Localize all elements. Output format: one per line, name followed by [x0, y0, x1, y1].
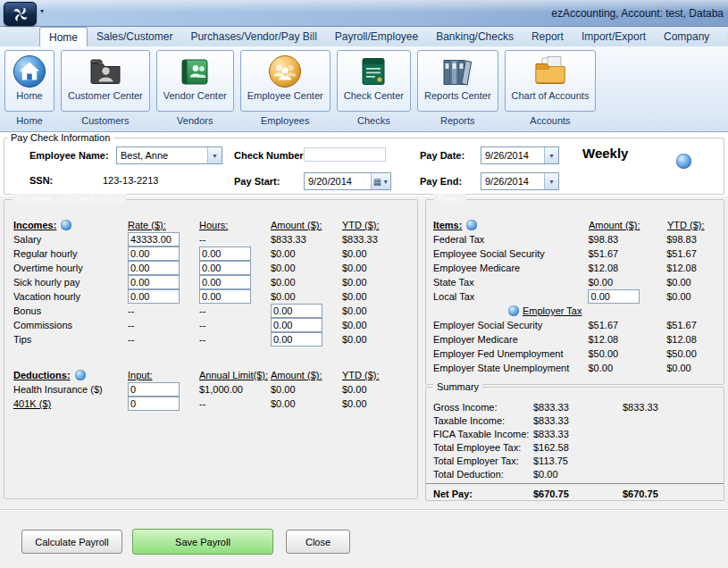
salary-input[interactable]	[128, 232, 180, 246]
employee-center-button[interactable]: Employee Center	[240, 50, 331, 112]
pay-end-select[interactable]: 9/26/2014 ▼	[481, 172, 559, 190]
income-row: Vacation hourly$0.00$0.00	[4, 289, 417, 304]
tab-help[interactable]: Help	[718, 27, 728, 46]
cell-value: $51.67	[666, 320, 724, 330]
app-menu-button[interactable]	[4, 2, 37, 26]
sick-hourly-pay-input[interactable]	[128, 275, 180, 289]
ribbon-item-home: HomeHome	[4, 50, 54, 126]
tax-row-label: State Tax	[433, 277, 588, 288]
vacation-hourly-input[interactable]	[128, 289, 180, 304]
help-globe-icon[interactable]	[75, 370, 86, 380]
pay-start-value: 9/20/2014	[305, 176, 371, 187]
health-insurance-input[interactable]	[128, 382, 180, 397]
vendor-center-button[interactable]: Vendor Center	[156, 50, 234, 112]
bonus-input[interactable]	[271, 304, 322, 318]
income-row: Commissions----$0.00	[4, 318, 417, 332]
employee-center-icon	[267, 54, 303, 89]
app-menu-arrow-icon[interactable]: ▾	[40, 7, 44, 15]
tab-purchases-vendor-pay-bill[interactable]: Purchases/Vendor/Pay Bill	[181, 27, 325, 46]
reports-center-button[interactable]: Reports Center	[417, 50, 498, 112]
ribbon-button-label: Vendor Center	[163, 90, 227, 101]
help-globe-icon[interactable]	[676, 154, 691, 169]
deduction-row: Health Insurance ($)$1,000.00$0.00$0.00	[4, 382, 417, 397]
pay-start-datepicker[interactable]: 9/20/2014 ▦▼	[304, 172, 391, 190]
cell-value: $98.83	[666, 234, 724, 245]
cell	[271, 318, 342, 332]
amount-header: Amount ($):	[271, 220, 342, 230]
income-row: Sick hourly pay$0.00$0.00	[4, 275, 417, 289]
overtime-hourly-input[interactable]	[199, 261, 251, 275]
cell-value: $0.00	[588, 363, 666, 373]
incomes-header-items: Incomes:	[13, 220, 128, 230]
ribbon-button-label: Check Center	[344, 90, 404, 101]
sick-hourly-pay-input[interactable]	[199, 275, 251, 289]
summary-row: Gross Income:$833.33$833.33	[426, 400, 724, 413]
taxes-header-label: Items:	[433, 220, 462, 230]
summary-label: Total Employer Tax:	[433, 455, 533, 466]
cell	[271, 332, 342, 347]
summary-label: Taxable Income:	[433, 415, 533, 426]
vacation-hourly-input[interactable]	[199, 289, 251, 304]
pay-end-value: 9/26/2014	[481, 176, 544, 187]
tips-input[interactable]	[271, 332, 322, 347]
summary-label: Net Pay:	[433, 489, 533, 499]
summary-row: Total Employer Tax:$113.75	[426, 454, 724, 467]
incomes-header-label: Incomes:	[13, 220, 56, 230]
tab-sales-customer[interactable]: Sales/Customer	[88, 27, 181, 46]
chart-of-accounts-button[interactable]: Chart of Accounts	[505, 50, 597, 112]
deductions-header-row: Deductions: Input: Annual Limit($): Amou…	[4, 366, 417, 382]
chevron-down-icon: ▼	[382, 179, 389, 185]
regular-hourly-input[interactable]	[128, 246, 180, 261]
deduction-row-label[interactable]: 401K ($)	[13, 398, 128, 409]
overtime-hourly-input[interactable]	[128, 261, 180, 275]
customer-center-button[interactable]: Customer Center	[61, 50, 150, 112]
cell-value: $50.00	[666, 348, 724, 359]
check-center-button[interactable]: Check Center	[337, 50, 411, 112]
calendar-icon[interactable]: ▦▼	[371, 173, 390, 189]
chevron-down-icon[interactable]: ▼	[544, 147, 558, 163]
cell	[199, 275, 271, 289]
pay-date-select[interactable]: 9/26/2014 ▼	[481, 146, 559, 164]
customer-center-icon	[88, 54, 123, 89]
deductions-header-label: Deductions:	[13, 370, 71, 380]
taxes-groupbox: Taxes Items: Amount ($): YTD ($): Federa…	[425, 199, 724, 385]
tab-import-export[interactable]: Import/Export	[573, 27, 655, 46]
tab-company[interactable]: Company	[655, 27, 718, 46]
ytd-header: YTD ($):	[342, 370, 406, 380]
401k-input[interactable]	[128, 397, 180, 411]
tab-report[interactable]: Report	[523, 27, 573, 46]
close-button[interactable]: Close	[286, 530, 350, 554]
menu-tab-bar: HomeSales/CustomerPurchases/Vendor/Pay B…	[0, 27, 728, 46]
ribbon-group-label: Checks	[357, 115, 390, 126]
income-row: Salary--$833.33$833.33	[4, 232, 417, 246]
cell-value: --	[199, 334, 271, 345]
chevron-down-icon[interactable]: ▼	[207, 147, 222, 163]
cell-value: $0.00	[666, 363, 724, 373]
local-tax-input[interactable]	[588, 289, 640, 304]
regular-hourly-input[interactable]	[199, 246, 251, 261]
tax-row: Employer Social Security$51.67$51.67	[426, 318, 724, 332]
ssn-value: 123-13-2213	[103, 175, 158, 186]
cell-value: $0.00	[342, 320, 406, 330]
help-globe-icon[interactable]	[508, 305, 519, 316]
ribbon-button-label: Customer Center	[68, 90, 143, 101]
pay-start-label: Pay Start:	[234, 176, 280, 187]
calculate-payroll-button[interactable]: Calculate Payroll	[21, 530, 122, 554]
summary-value: $670.75	[533, 489, 623, 499]
home-button[interactable]: Home	[4, 50, 54, 112]
tab-payroll-employee[interactable]: Payroll/Employee	[326, 27, 427, 46]
help-globe-icon[interactable]	[466, 220, 477, 230]
save-payroll-button[interactable]: Save Payroll	[132, 529, 273, 555]
commissions-input[interactable]	[271, 318, 322, 332]
cell-value: $0.00	[271, 277, 342, 288]
cell-value: $51.67	[588, 248, 666, 259]
ribbon-item-reports: Reports CenterReports	[417, 50, 498, 126]
tab-home[interactable]: Home	[39, 27, 88, 46]
tax-row-label: Employee Social Security	[433, 248, 588, 259]
check-number-input[interactable]	[304, 147, 386, 162]
ribbon-group-label: Reports	[440, 115, 475, 126]
tab-banking-checks[interactable]: Banking/Checks	[427, 27, 523, 46]
employee-name-select[interactable]: Best, Anne ▼	[116, 146, 222, 164]
chevron-down-icon[interactable]: ▼	[544, 173, 558, 189]
help-globe-icon[interactable]	[61, 220, 71, 230]
